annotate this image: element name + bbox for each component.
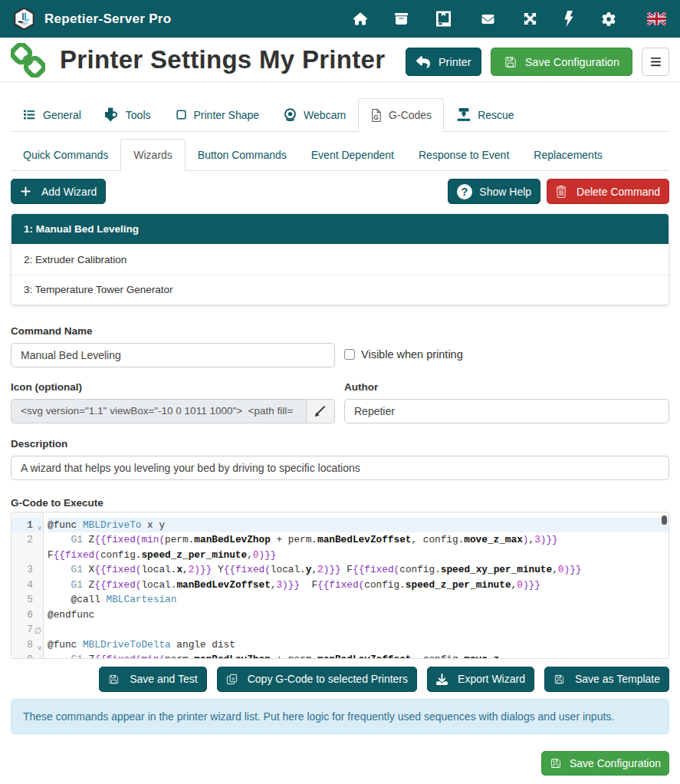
svg-text:G: G xyxy=(373,113,379,120)
svg-text:?: ? xyxy=(462,186,468,198)
